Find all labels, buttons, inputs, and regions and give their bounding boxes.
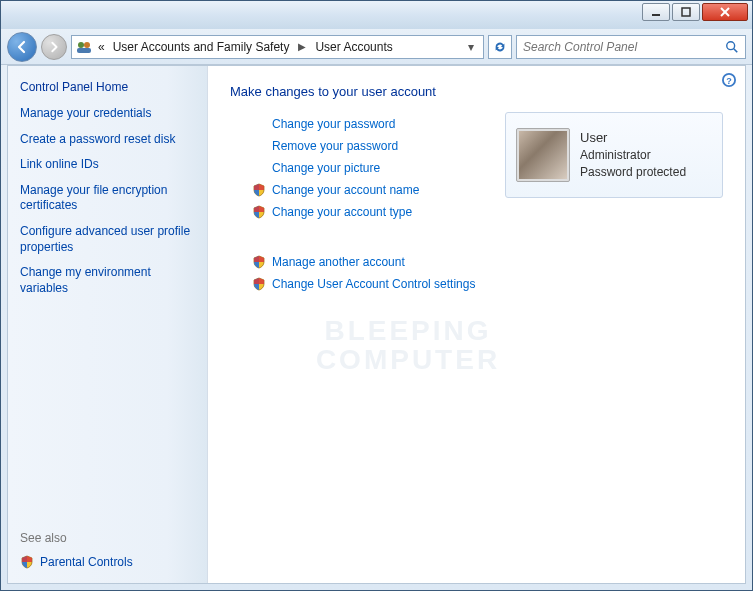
sidebar-task[interactable]: Change my environment variables: [20, 265, 195, 296]
help-icon: ?: [721, 72, 737, 88]
forward-arrow-icon: [48, 41, 60, 53]
user-info: User Administrator Password protected: [580, 129, 686, 181]
shield-icon: [252, 183, 266, 197]
avatar: [516, 128, 570, 182]
search-input[interactable]: [523, 40, 725, 54]
svg-rect-1: [682, 8, 690, 16]
sidebar-task[interactable]: Link online IDs: [20, 157, 195, 173]
user-accounts-icon: [76, 39, 92, 55]
breadcrumb-separator-icon: ▶: [295, 41, 309, 52]
task-link[interactable]: Change your account type: [272, 205, 412, 219]
close-icon: [720, 7, 730, 17]
task-row: Change your account type: [252, 205, 723, 219]
sidebar-task[interactable]: Configure advanced user profile properti…: [20, 224, 195, 255]
content-pane: ? Make changes to your user account BLEE…: [208, 66, 745, 583]
refresh-icon: [493, 40, 507, 54]
svg-point-5: [84, 42, 90, 48]
address-dropdown-icon[interactable]: ▾: [463, 40, 479, 54]
user-password-status: Password protected: [580, 164, 686, 181]
shield-icon: [20, 555, 34, 569]
address-bar[interactable]: « User Accounts and Family Safety ▶ User…: [71, 35, 484, 59]
shield-icon: [252, 255, 266, 269]
task-link[interactable]: Remove your password: [272, 139, 398, 153]
parental-controls-label: Parental Controls: [40, 555, 133, 569]
parental-controls-link[interactable]: Parental Controls: [20, 555, 195, 569]
sidebar-task[interactable]: Manage your file encryption certificates: [20, 183, 195, 214]
task-link[interactable]: Change your picture: [272, 161, 380, 175]
page-title: Make changes to your user account: [230, 84, 723, 99]
body: Control Panel Home Manage your credentia…: [7, 65, 746, 584]
breadcrumb-seg-1[interactable]: User Accounts and Family Safety: [111, 40, 292, 54]
titlebar: [1, 1, 752, 29]
sidebar-task[interactable]: Manage your credentials: [20, 106, 195, 122]
svg-point-7: [727, 41, 735, 49]
task-link[interactable]: Manage another account: [272, 255, 405, 269]
window-frame: « User Accounts and Family Safety ▶ User…: [0, 0, 753, 591]
shield-icon: [252, 205, 266, 219]
svg-text:?: ?: [726, 76, 732, 86]
maximize-icon: [681, 7, 691, 17]
task-row: Manage another account: [252, 255, 723, 269]
breadcrumb-seg-2[interactable]: User Accounts: [313, 40, 394, 54]
back-button[interactable]: [7, 32, 37, 62]
close-button[interactable]: [702, 3, 748, 21]
svg-rect-6: [77, 48, 91, 53]
task-link[interactable]: Change your account name: [272, 183, 419, 197]
user-card[interactable]: User Administrator Password protected: [505, 112, 723, 198]
back-arrow-icon: [15, 40, 29, 54]
svg-point-4: [78, 42, 84, 48]
forward-button[interactable]: [41, 34, 67, 60]
shield-icon: [252, 277, 266, 291]
minimize-icon: [651, 7, 661, 17]
task-link[interactable]: Change User Account Control settings: [272, 277, 475, 291]
help-button[interactable]: ?: [721, 72, 737, 88]
breadcrumb-chevrons: «: [96, 40, 107, 54]
see-also-label: See also: [20, 531, 195, 545]
svg-line-8: [734, 48, 738, 52]
control-panel-home-link[interactable]: Control Panel Home: [20, 80, 195, 94]
task-link[interactable]: Change your password: [272, 117, 395, 131]
maximize-button[interactable]: [672, 3, 700, 21]
search-box[interactable]: [516, 35, 746, 59]
user-name: User: [580, 129, 686, 147]
search-icon: [725, 40, 739, 54]
task-row: Change User Account Control settings: [252, 277, 723, 291]
watermark: BLEEPING COMPUTER: [268, 316, 548, 375]
refresh-button[interactable]: [488, 35, 512, 59]
address-row: « User Accounts and Family Safety ▶ User…: [1, 29, 752, 65]
sidebar-task[interactable]: Create a password reset disk: [20, 132, 195, 148]
minimize-button[interactable]: [642, 3, 670, 21]
user-role: Administrator: [580, 147, 686, 164]
sidebar: Control Panel Home Manage your credentia…: [8, 66, 208, 583]
